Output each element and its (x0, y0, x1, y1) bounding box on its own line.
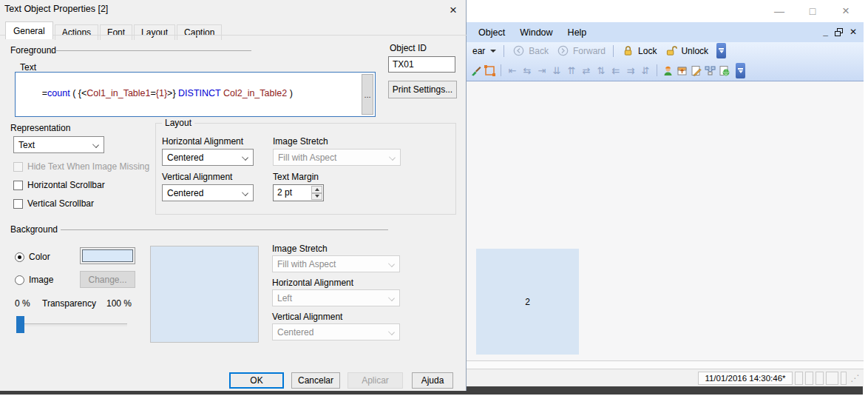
expression-expand-button[interactable]: ... (362, 74, 373, 115)
tab-layout[interactable]: Layout (134, 24, 175, 40)
back-icon (512, 44, 526, 58)
ok-button[interactable]: OK (229, 372, 284, 389)
tab-caption[interactable]: Caption (177, 24, 222, 40)
object-id-input[interactable]: TX01 (388, 56, 455, 73)
toolbar-separator (503, 45, 504, 57)
snap-top-icon[interactable]: ⇉ (623, 65, 638, 76)
toolbar-overflow-icon[interactable] (736, 63, 745, 78)
color-radio[interactable] (15, 252, 24, 262)
sheet-properties-icon[interactable] (661, 64, 675, 78)
lock-button[interactable]: Lock (617, 42, 660, 59)
image-stretch-select: Fill with Aspect (273, 149, 401, 166)
chevron-down-icon (242, 189, 248, 196)
minimize-icon[interactable]: — (770, 1, 789, 21)
align-right-icon[interactable]: ⇥ (535, 65, 549, 76)
lock-icon (621, 44, 635, 58)
promote-sheet-icon[interactable] (675, 64, 689, 78)
tab-divider (0, 35, 467, 36)
close-icon[interactable]: × (836, 1, 855, 21)
representation-select[interactable]: Text (13, 136, 104, 153)
table-viewer-icon[interactable] (703, 64, 717, 78)
forward-button[interactable]: Forward (552, 42, 609, 59)
formula-segment: ( {< (70, 88, 87, 98)
formula-segment: count (47, 88, 70, 98)
horizontal-scrollbar-checkbox[interactable] (13, 181, 23, 190)
tab-font[interactable]: Font (100, 24, 132, 40)
bg-horizontal-alignment-label: Horizontal Alignment (272, 278, 353, 288)
horizontal-alignment-select[interactable]: Centered (162, 149, 254, 166)
status-panel (805, 372, 813, 385)
reorder-icon[interactable]: ⇵ (638, 65, 653, 76)
cancel-button[interactable]: Cancelar (291, 372, 340, 389)
horizontal-alignment-label: Horizontal Alignment (162, 136, 243, 147)
vertical-scrollbar-label: Vertical Scrollbar (27, 198, 94, 209)
hide-text-checkbox (13, 162, 23, 172)
menu-window[interactable]: Window (512, 24, 560, 41)
stepper-up-icon[interactable] (311, 186, 322, 193)
webview-icon[interactable] (717, 64, 731, 78)
status-panel (826, 372, 838, 385)
transparency-min-label: 0 % (15, 298, 30, 309)
tab-general[interactable]: General (5, 21, 53, 39)
text-object-value: 2 (525, 297, 530, 307)
expression-text: =count ( {<Col1_in_Table1={1}>} DISTINCT… (21, 78, 293, 109)
tab-actions[interactable]: Actions (55, 24, 98, 40)
foreground-section-label: Foreground (10, 45, 56, 56)
format-painter-icon[interactable] (469, 64, 483, 78)
layout-groupbox: Layout Horizontal Alignment Centered Ima… (155, 123, 456, 215)
chevron-down-icon (388, 261, 395, 267)
qlikview-main-window: — □ × Object Window Help _ ✕ ear (466, 0, 863, 395)
chevron-down-icon (490, 50, 496, 53)
space-vertically-icon[interactable]: ⇅ (594, 65, 608, 76)
transparency-slider-track[interactable] (16, 323, 127, 326)
dialog-tabs: General Actions Font Layout Caption (5, 21, 223, 39)
text-margin-stepper[interactable]: 2 pt (273, 184, 324, 201)
transparency-slider-handle[interactable] (16, 316, 24, 333)
menubar: Object Window Help (467, 22, 864, 42)
bg-horizontal-alignment-value: Left (277, 293, 292, 303)
text-object-tx01[interactable]: 2 (476, 249, 579, 355)
horizontal-scrollbar[interactable] (467, 360, 864, 369)
text-margin-label: Text Margin (273, 172, 319, 182)
background-color-swatch-button[interactable] (80, 247, 135, 264)
horizontal-scrollbar-label: Horizontal Scrollbar (27, 180, 105, 190)
snap-left-icon[interactable]: ⇇ (608, 65, 623, 76)
align-bottom-icon[interactable]: ⇊ (549, 65, 564, 76)
resize-grip-icon[interactable]: ⋰ (849, 373, 859, 383)
image-radio[interactable] (15, 275, 24, 285)
design-grid-icon[interactable] (483, 64, 497, 78)
image-stretch-label: Image Stretch (273, 136, 328, 147)
toolbar-overflow-icon[interactable] (716, 43, 726, 58)
dialog-close-icon[interactable]: × (443, 1, 464, 19)
vertical-alignment-select[interactable]: Centered (162, 184, 254, 201)
formula-segment: {1} (156, 88, 167, 98)
text-expression-input[interactable]: =count ( {<Col1_in_Table1={1}>} DISTINCT… (15, 72, 376, 117)
clear-button-partial[interactable]: ear (469, 44, 500, 58)
design-toolbar: ⇤ ⇆ ⇥ ⇊ ⇈ ⇄ ⇅ ⇇ ⇉ ⇵ (467, 59, 864, 81)
mdi-restore-icon[interactable] (835, 28, 843, 36)
representation-value: Text (18, 140, 35, 150)
space-horizontally-icon[interactable]: ⇄ (579, 65, 594, 76)
unlock-button[interactable]: Unlock (660, 42, 712, 59)
print-settings-button[interactable]: Print Settings... (388, 81, 457, 98)
horizontal-alignment-value: Centered (167, 152, 203, 163)
chevron-down-icon (388, 295, 395, 301)
background-preview (150, 246, 259, 343)
menu-help[interactable]: Help (560, 24, 594, 41)
center-horizontally-icon[interactable]: ⇆ (520, 65, 535, 76)
align-top-icon[interactable]: ⇈ (564, 65, 579, 76)
menu-object[interactable]: Object (471, 24, 512, 41)
chevron-down-icon (242, 154, 248, 161)
back-button[interactable]: Back (508, 42, 552, 59)
help-button[interactable]: Ajuda (412, 372, 453, 389)
align-left-icon[interactable]: ⇤ (505, 65, 520, 76)
stepper-down-icon[interactable] (311, 193, 322, 201)
background-section-label: Background (10, 224, 58, 235)
bg-vertical-alignment-value: Centered (277, 327, 313, 338)
edit-script-icon[interactable] (689, 64, 703, 78)
formula-segment: ) (287, 88, 293, 98)
vertical-scrollbar-checkbox[interactable] (13, 199, 23, 209)
maximize-icon[interactable]: □ (803, 1, 822, 21)
mdi-close-icon[interactable]: ✕ (850, 27, 857, 37)
mdi-minimize-icon[interactable]: _ (823, 27, 828, 37)
